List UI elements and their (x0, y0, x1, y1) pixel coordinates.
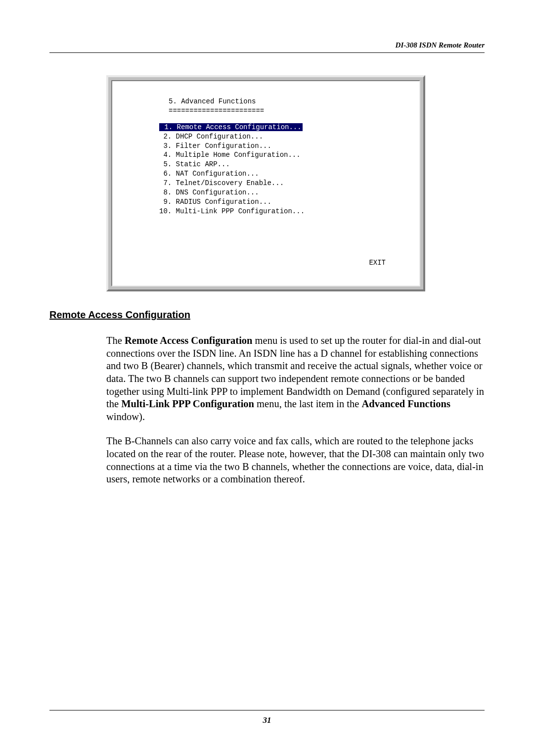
terminal-menu-item[interactable]: 7. Telnet/Discovery Enable... (159, 179, 409, 188)
paragraph-2: The B-Channels can also carry voice and … (106, 435, 485, 486)
terminal-menu: 1. Remote Access Configuration... 2. DHC… (122, 123, 409, 216)
section-heading: Remote Access Configuration (49, 309, 485, 321)
terminal-screenshot-frame: 5. Advanced Functions ==================… (106, 75, 425, 291)
terminal-title: 5. Advanced Functions (169, 97, 409, 106)
p1-bold2: Multi-Link PPP Configuration (121, 398, 254, 409)
p1-text3: menu, the last item in the (254, 398, 361, 409)
page-footer: 31 (49, 710, 485, 725)
terminal-menu-item[interactable]: 6. NAT Configuration... (159, 169, 409, 179)
terminal-menu-item[interactable]: 5. Static ARP... (159, 160, 409, 169)
p1-text4: window). (106, 411, 145, 422)
p1-bold1: Remote Access Configuration (125, 335, 252, 346)
page-header: DI-308 ISDN Remote Router (49, 41, 485, 53)
terminal-separator: ======================= (169, 106, 409, 116)
terminal-menu-item[interactable]: 1. Remote Access Configuration... (159, 123, 409, 132)
terminal-menu-item[interactable]: 10. Multi-Link PPP Configuration... (159, 207, 409, 216)
paragraph-1: The Remote Access Configuration menu is … (106, 334, 485, 423)
terminal-exit-label[interactable]: EXIT (369, 258, 386, 268)
terminal-menu-item[interactable]: 9. RADIUS Configuration... (159, 197, 409, 207)
terminal-menu-item[interactable]: 2. DHCP Configuration... (159, 132, 409, 142)
terminal-menu-item[interactable]: 4. Multiple Home Configuration... (159, 150, 409, 160)
p1-bold3: Advanced Functions (361, 398, 450, 409)
terminal-menu-item[interactable]: 3. Filter Configuration... (159, 142, 409, 151)
p1-text1: The (106, 335, 125, 346)
header-text: DI-308 ISDN Remote Router (396, 41, 485, 49)
terminal-screen: 5. Advanced Functions ==================… (111, 80, 420, 286)
page-number: 31 (263, 715, 271, 725)
terminal-menu-item[interactable]: 8. DNS Configuration... (159, 188, 409, 197)
